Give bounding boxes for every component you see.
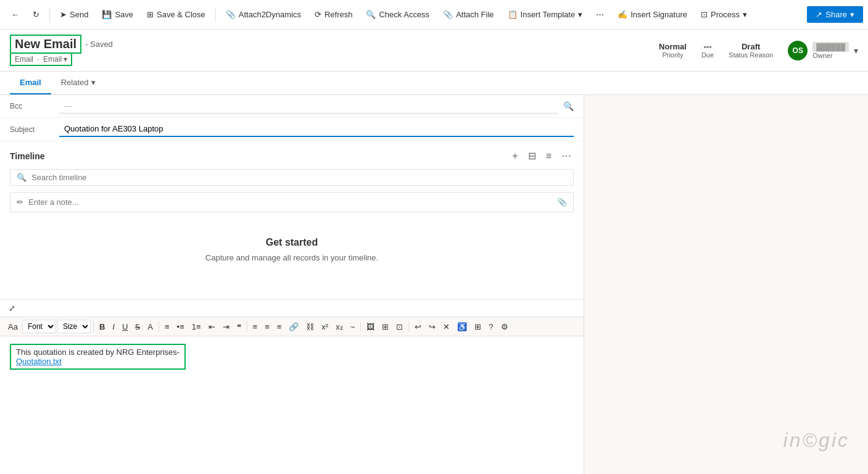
unlink-button[interactable]: ⛓ [303,320,317,333]
bcc-search-icon[interactable]: 🔍 [563,101,574,111]
more-options-button[interactable]: ⋯ [590,6,610,23]
forward-button[interactable]: ↻ [27,6,46,23]
record-title-area: New Email - Saved Email · Email ▾ [10,35,659,66]
quotation-link[interactable]: Quotation.txt [16,357,62,366]
inogic-watermark: in©gic [783,429,849,452]
forward-icon: ↻ [33,10,39,19]
increase-indent-button[interactable]: ⇥ [220,320,233,333]
link-button[interactable]: 🔗 [286,320,302,333]
quote-button[interactable]: ❝ [234,320,244,333]
note-edit-icon: ✏ [17,198,23,207]
share-button[interactable]: ↗ Share ▾ [807,6,863,23]
bullets-button[interactable]: •≡ [174,320,188,333]
timeline-sort-button[interactable]: ≡ [544,149,554,163]
process-button[interactable]: ⊡ Process ▾ [695,6,753,23]
tab-related[interactable]: Related ▾ [51,72,105,94]
editor-expand-button[interactable]: ⤢ [5,302,19,314]
align-left-button[interactable]: ≡ [162,320,173,333]
note-input[interactable] [28,198,552,207]
image-button[interactable]: 🖼 [363,320,378,333]
attach2dynamics-icon: 📎 [226,10,236,19]
back-icon: ← [11,10,19,19]
subject-row: Subject [0,118,584,141]
record-title-text: New Email [10,35,81,54]
timeline-more-button[interactable]: ⋯ [559,149,574,163]
bcc-row: Bcc 🔍 [0,95,584,118]
check-access-button[interactable]: 🔍 Check Access [360,6,436,23]
editor-section: ⤢ Aa Font Size B I [0,299,584,386]
bold-button[interactable]: B [96,320,108,333]
superscript-button[interactable]: x² [318,320,331,333]
attach-file-button[interactable]: 📎 Attach File [437,6,500,23]
timeline-search: 🔍 [10,169,574,186]
editor-divider-2 [159,321,159,332]
share-dropdown-icon: ▾ [850,10,854,19]
note-attach-icon[interactable]: 📎 [557,198,567,207]
editor-divider-1 [93,321,94,332]
editor-content[interactable]: This quotation is created by NRG Enterpr… [0,336,584,386]
tab-email[interactable]: Email [10,72,51,94]
save-close-button[interactable]: ⊞ Save & Close [141,6,212,23]
form-area: Bcc 🔍 Subject Timeline + ⊟ ≡ ⋯ [0,95,584,474]
divider-2 [215,7,216,22]
editor-format-btn[interactable]: Aa [5,320,21,333]
avatar: OS [788,41,808,60]
table-button[interactable]: ⊞ [379,320,392,333]
get-started-section: Get started Capture and manage all recor… [10,212,574,287]
priority-field: Normal Priority [659,42,687,59]
main-toolbar: ← ↻ ➤ Send 💾 Save ⊞ Save & Close 📎 Attac… [0,0,868,30]
insert-template-icon: 📋 [508,10,518,19]
underline-button[interactable]: U [119,320,131,333]
due-field: --- Due [701,42,714,59]
save-button[interactable]: 💾 Save [96,6,139,23]
insert-signature-button[interactable]: ✍ Insert Signature [611,6,693,23]
subscript-button[interactable]: x₂ [333,320,346,333]
timeline-actions: + ⊟ ≡ ⋯ [510,149,574,163]
tabs-bar: Email Related ▾ [0,72,868,95]
table2-button[interactable]: ⊞ [471,320,484,333]
redo-button[interactable]: ↪ [426,320,439,333]
subject-input[interactable] [59,122,574,137]
more-insert-button[interactable]: ⊡ [393,320,406,333]
record-title: New Email - Saved [10,35,659,54]
size-select[interactable]: Size [57,320,91,333]
editor-divider-3 [247,321,247,332]
refresh-button[interactable]: ⟳ Refresh [308,6,359,23]
decrease-indent-button[interactable]: ⇤ [205,320,218,333]
send-button[interactable]: ➤ Send [54,6,94,23]
strikethrough-button[interactable]: S̶ [132,320,143,333]
settings-button[interactable]: ⚙ [498,320,511,333]
insert-template-button[interactable]: 📋 Insert Template ▾ [502,6,589,23]
accessibility-button[interactable]: ♿ [454,320,470,333]
share-icon: ↗ [816,10,822,19]
breadcrumb-dropdown-icon[interactable]: ▾ [64,55,67,64]
align-right-button[interactable]: ≡ [262,320,273,333]
numbers-button[interactable]: 1≡ [189,320,204,333]
back-button[interactable]: ← [5,6,25,23]
note-input-area: ✏ 📎 [10,192,574,212]
timeline-search-input[interactable] [31,173,567,182]
main-content: Bcc 🔍 Subject Timeline + ⊟ ≡ ⋯ [0,95,868,474]
bcc-input[interactable] [59,99,558,114]
owner-info: ██████ Owner [812,42,849,59]
expand-icon: ⤢ [9,304,15,313]
process-icon: ⊡ [701,10,708,19]
font-select[interactable]: Font [22,320,56,333]
font-color-button[interactable]: A [144,320,156,333]
italic-button[interactable]: I [109,320,118,333]
record-header: New Email - Saved Email · Email ▾ Normal… [0,30,868,72]
special-button[interactable]: ~ [347,320,358,333]
align-justify-button[interactable]: ≡ [274,320,285,333]
align-center-button[interactable]: ≡ [250,320,261,333]
format-icon: Aa [8,322,18,331]
header-expand-button[interactable]: ▾ [854,46,858,56]
dropdown-arrow-icon: ▾ [578,10,582,19]
help-button[interactable]: ? [486,320,496,333]
attach2dynamics-button[interactable]: 📎 Attach2Dynamics [220,6,307,23]
undo-button[interactable]: ↩ [411,320,424,333]
related-dropdown-icon: ▾ [91,78,96,87]
editor-toolbar: Aa Font Size B I U S̶ A ≡ •≡ [0,317,584,336]
timeline-add-button[interactable]: + [510,149,520,163]
timeline-filter-button[interactable]: ⊟ [526,149,539,163]
clear-button[interactable]: ✕ [440,320,453,333]
